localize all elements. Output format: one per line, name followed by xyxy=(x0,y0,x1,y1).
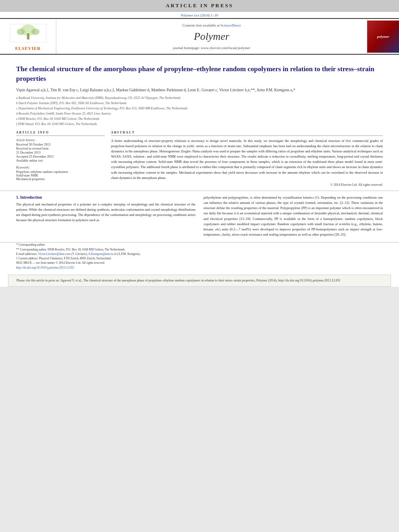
intro-right-text: polyethylene and polypropylene, is often… xyxy=(204,195,383,237)
affiliations: a Radboud University, Institute for Mole… xyxy=(16,96,383,127)
intro-section-title: 1. Introduction xyxy=(16,195,195,199)
keyword-3: Mechanical properties xyxy=(16,177,105,181)
article-in-press-bar: ARTICLE IN PRESS xyxy=(0,0,399,12)
email2-name: (A.P.M. Kentgens). xyxy=(117,252,140,256)
journal-name: Polymer xyxy=(63,31,360,43)
revised-date: 21 December 2013 xyxy=(16,151,105,154)
copyright-line: © 2014 Elsevier Ltd. All rights reserved… xyxy=(111,183,383,187)
footnote-doi: http://dx.doi.org/10.1016/j.polymer.2013… xyxy=(16,265,383,270)
article-info-col: ARTICLE INFO Article history: Received 3… xyxy=(16,131,105,187)
email-label: E-mail addresses: xyxy=(16,252,37,256)
affil-a: a Radboud University, Institute for Mole… xyxy=(16,96,383,101)
elsevier-brand-text: ELSEVIER xyxy=(15,46,41,51)
intro-left-text: The physical and mechanical properties o… xyxy=(16,202,195,223)
introduction-section: 1. Introduction The physical and mechani… xyxy=(0,195,399,237)
affil-e: e DSM Resolve, P.O. Box 18, 6160 MD Gele… xyxy=(16,117,383,121)
science-direct-link[interactable]: ScienceDirect xyxy=(220,23,241,27)
elsevier-logo-svg xyxy=(8,22,48,44)
svg-point-4 xyxy=(31,29,39,35)
intro-section-label: Introduction xyxy=(20,195,42,199)
article-title: The chemical structure of the amorphous … xyxy=(16,64,383,84)
polymer-badge: polymer xyxy=(367,21,399,53)
affil-c: c Department of Mechanical Engineering, … xyxy=(16,106,383,111)
svg-point-3 xyxy=(17,29,25,35)
email1-link[interactable]: Victor.Litvinov@dsm.com xyxy=(38,252,70,256)
intro-left-col: 1. Introduction The physical and mechani… xyxy=(16,195,195,237)
journal-ref-text: Polymer xxx (2014) 1–10 xyxy=(181,13,218,17)
article-info-abstract: ARTICLE INFO Article history: Received 3… xyxy=(16,131,383,187)
keyword-2: Solid-state NMR xyxy=(16,174,105,177)
received-revised-label: Received in revised form xyxy=(16,147,105,150)
available-online: Available online xxx xyxy=(16,159,105,162)
affil-b: b Dutch Polymer Institute (DPI), P.O. Bo… xyxy=(16,101,383,106)
journal-homepage: journal homepage: www.elsevier.com/locat… xyxy=(63,46,360,50)
polymer-badge-text: polymer xyxy=(377,35,389,39)
footnote-emails: E-mail addresses: Victor.Litvinov@dsm.co… xyxy=(16,252,383,256)
science-direct-prefix: Contents lists available at xyxy=(183,23,220,27)
header-section: ELSEVIER Contents lists available at Sci… xyxy=(0,18,399,55)
abstract-text: A better understanding of structure-prop… xyxy=(111,138,383,181)
affil-f: f DSM Ahead, P.O. Box 18, 6160 MD Geleen… xyxy=(16,122,383,127)
section-divider xyxy=(0,191,399,191)
authors-text: Vipin Agarwal a,b,1, Tim B. van Erp c, L… xyxy=(16,88,295,92)
header-center: Contents lists available at ScienceDirec… xyxy=(56,19,367,54)
header-left: ELSEVIER xyxy=(0,19,56,54)
footnote-1: 1 Current address: Physical Chemistry, E… xyxy=(16,256,383,261)
page: ARTICLE IN PRESS Polymer xxx (2014) 1–10… xyxy=(0,0,399,287)
intro-section-number: 1. xyxy=(16,195,19,199)
science-direct-line: Contents lists available at ScienceDirec… xyxy=(63,23,360,27)
abstract-heading: ABSTRACT xyxy=(111,131,383,136)
footnote-corresponding-dstar: ** Corresponding author. DSM Resolve, P.… xyxy=(16,247,383,252)
footnote-corresponding-star: * Corresponding author. xyxy=(16,242,383,247)
header-right: polymer xyxy=(367,19,399,54)
keyword-1: Propylene–ethylene random copolymers xyxy=(16,170,105,174)
doi-link[interactable]: http://dx.doi.org/10.1016/j.polymer.2013… xyxy=(16,266,74,269)
keywords-label: Keywords: xyxy=(16,166,105,169)
article-body: The chemical structure of the amorphous … xyxy=(0,55,399,187)
svg-rect-2 xyxy=(27,33,29,39)
intro-right-col: polyethylene and polypropylene, is often… xyxy=(204,195,383,237)
cite-bar-text: Please cite this article in press as: Ag… xyxy=(16,279,340,282)
article-info-heading: ARTICLE INFO xyxy=(16,131,105,136)
footnote-issn: 0032-3861/$ — see front matter © 2014 El… xyxy=(16,261,383,265)
cite-bar: Please cite this article in press as: Ag… xyxy=(8,275,391,287)
abstract-col: ABSTRACT A better understanding of struc… xyxy=(111,131,383,187)
affil-d: d Borealis Polyolefine GmbH, Sankt-Peter… xyxy=(16,111,383,116)
email1-name: (V. Litvinov), xyxy=(71,252,88,256)
article-in-press-label: ARTICLE IN PRESS xyxy=(166,2,233,8)
journal-ref: Polymer xxx (2014) 1–10 xyxy=(0,12,399,18)
email2-link[interactable]: A.Kentgens@nmr.ru.nl xyxy=(88,252,116,256)
authors-line: Vipin Agarwal a,b,1, Tim B. van Erp c, L… xyxy=(16,87,383,93)
received-date: Received 30 October 2013 xyxy=(16,143,105,146)
keywords-section: Keywords: Propylene–ethylene random copo… xyxy=(16,166,105,181)
article-history-label: Article history: xyxy=(16,138,105,142)
footnotes: * Corresponding author. ** Corresponding… xyxy=(0,242,399,270)
accepted-date: Accepted 25 December 2013 xyxy=(16,155,105,158)
